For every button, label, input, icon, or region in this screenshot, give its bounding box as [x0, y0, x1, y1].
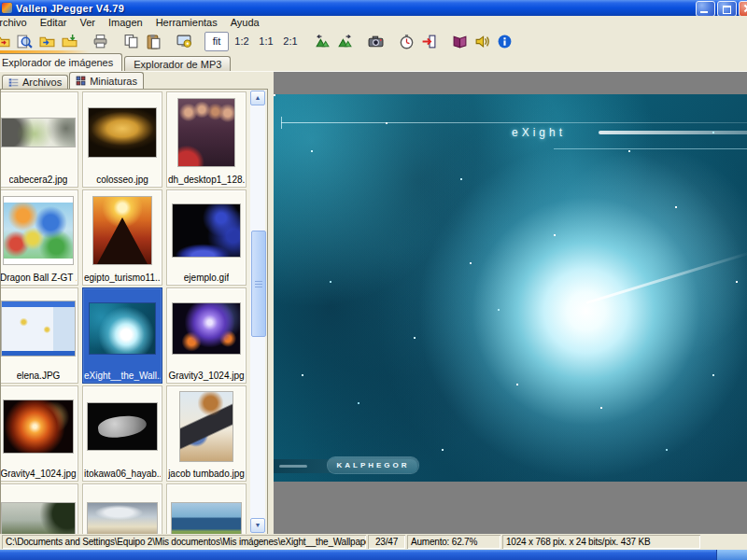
vertical-scrollbar[interactable]: ▲ ▼ — [250, 91, 265, 533]
browser-panel: ArchivosMiniaturas cabecera2.jpgcolosseo… — [0, 72, 270, 535]
tab-archivos[interactable]: Archivos — [2, 75, 68, 89]
thumbnail-art-coast — [172, 503, 241, 535]
thumbnail-image — [83, 92, 162, 173]
status-image-position: 23/47 — [368, 535, 405, 549]
menu-item-editar[interactable]: Editar — [34, 16, 74, 29]
print-button[interactable] — [89, 31, 111, 51]
thumbnail-art-elena — [2, 301, 75, 356]
scroll-down-button[interactable]: ▼ — [250, 518, 265, 533]
thumbnail-filename: egipto_turismo11.... — [84, 271, 161, 285]
scrollbar-thumb[interactable] — [251, 231, 266, 337]
minimize-button[interactable] — [696, 1, 715, 17]
menu-bar-items: ArchivoEditarVerImagenHerramientasAyuda — [0, 16, 266, 29]
thumbnail-filename: cabecera2.jpg — [9, 173, 68, 187]
taskbar-edge-right — [716, 550, 747, 560]
image-deco-line — [554, 148, 747, 149]
thumbnail-filename: colosseo.jpg — [96, 173, 148, 187]
thumbnail-filename: ejemplo.gif — [184, 271, 229, 285]
open-folder-button[interactable] — [0, 31, 13, 51]
thumbnail-ejemplo-gif[interactable]: ejemplo.gif — [166, 189, 247, 286]
thumbnail-filename: Gravity3_1024.jpg — [168, 369, 244, 383]
thumbnail-art-itokawa — [88, 403, 157, 450]
tab-label: Miniaturas — [90, 76, 137, 87]
thumbnail-image — [167, 288, 246, 369]
tab-image-explorer[interactable]: Explorador de imágenes — [0, 53, 122, 71]
thumbnail-jacob-tumbado-jpg[interactable]: jacob tumbado.jpg — [166, 385, 247, 482]
next-image-button[interactable] — [333, 31, 356, 51]
restore-button[interactable] — [717, 1, 737, 17]
thumbnail-art-city1 — [2, 503, 75, 535]
display-settings-icon — [176, 34, 192, 49]
menu-bar: ArchivoEditarVerImagenHerramientasAyuda — [0, 16, 747, 29]
print-icon — [92, 34, 108, 49]
tab-mp3-explorer[interactable]: Explorador de MP3 — [124, 56, 231, 71]
thumbnail-filename: jacob tumbado.jpg — [168, 467, 245, 481]
thumbnail-image — [0, 190, 78, 271]
sound-button[interactable] — [471, 31, 493, 51]
main-tab-strip: Explorador de imágenesExplorador de MP3 — [0, 53, 747, 71]
thumbnail-dragon-ball-z-gt[interactable]: Dragon Ball Z-GT ... — [0, 189, 78, 286]
menu-item-archivo[interactable]: Archivo — [0, 16, 34, 29]
menu-item-herramientas[interactable]: Herramientas — [149, 16, 224, 29]
app-window: Vallen JPegger V4.79 ArchivoEditarVerIma… — [0, 0, 747, 560]
scroll-up-button[interactable]: ▲ — [250, 91, 265, 105]
image-caption-badge: KALPHEGOR — [328, 457, 418, 473]
thumbnail-image — [167, 92, 246, 173]
browse-preview-button[interactable] — [13, 31, 35, 51]
move-file-icon — [39, 34, 55, 49]
image-overlay-title: eXight — [512, 126, 566, 139]
menu-item-ver[interactable]: Ver — [73, 16, 102, 29]
zoom-fit-button[interactable]: fit — [204, 32, 229, 51]
toolbar: fit1:21:12:1 — [0, 29, 747, 53]
tab-label: Archivos — [22, 77, 62, 88]
zoom-2:1-button[interactable]: 2:1 — [279, 33, 302, 50]
thumbnail-grid: cabecera2.jpgcolosseo.jpgdh_desktop1_128… — [0, 91, 248, 535]
thumbnail-dh-desktop1-128[interactable]: dh_desktop1_128... — [166, 91, 247, 188]
copy-button[interactable] — [120, 31, 142, 51]
zoom-1:2-button[interactable]: 1:2 — [231, 33, 253, 50]
thumbnail-egipto-turismo11[interactable]: egipto_turismo11.... — [82, 189, 162, 286]
thumbnail-elena-jpg[interactable]: elena.JPG — [0, 287, 78, 384]
save-file-button[interactable] — [58, 31, 80, 51]
viewer-image[interactable]: eXight KALPHEGOR — [274, 94, 747, 482]
info-button[interactable] — [493, 31, 515, 51]
slideshow-timer-button[interactable] — [395, 31, 417, 51]
image-viewer: eXight KALPHEGOR — [274, 72, 747, 535]
thumbnail-gravity4-1024-jpg[interactable]: Gravity4_1024.jpg — [0, 385, 78, 482]
paste-button[interactable] — [142, 31, 164, 51]
menu-item-imagen[interactable]: Imagen — [102, 16, 149, 29]
move-file-button[interactable] — [35, 31, 58, 51]
menu-item-ayuda[interactable]: Ayuda — [224, 16, 266, 29]
thumbnail-art-cabecera — [2, 119, 75, 147]
taskbar-edge — [0, 550, 747, 560]
thumbnail-partial-13[interactable] — [82, 483, 162, 535]
thumbnail-image — [0, 484, 78, 535]
thumbnail-cabecera2-jpg[interactable]: cabecera2.jpg — [0, 91, 78, 188]
display-settings-button[interactable] — [173, 31, 195, 51]
thumbnail-image — [0, 288, 78, 369]
title-bar[interactable]: Vallen JPegger V4.79 — [0, 0, 747, 16]
status-bar: C:\Documents and Settings\Equipo 2\Mis d… — [0, 534, 747, 550]
prev-image-button[interactable] — [311, 31, 333, 51]
browse-preview-icon — [17, 34, 33, 49]
open-folder-icon — [0, 34, 10, 49]
thumbnail-colosseo-jpg[interactable]: colosseo.jpg — [82, 91, 162, 188]
thumbnail-art-desktop1 — [178, 99, 234, 166]
close-button[interactable] — [739, 1, 747, 17]
thumbnail-exight-the-wall[interactable]: eXight__the_Wall... — [82, 287, 162, 384]
thumbnail-partial-14[interactable] — [166, 483, 247, 535]
thumbnail-gravity3-1024-jpg[interactable]: Gravity3_1024.jpg — [166, 287, 247, 384]
help-book-icon — [452, 34, 468, 49]
minimize-icon — [700, 11, 708, 13]
help-book-button[interactable] — [448, 31, 471, 51]
capture-button[interactable] — [364, 31, 387, 51]
thumbnail-partial-12[interactable] — [0, 483, 78, 535]
status-image-info: 1024 x 768 pix. x 24 bits/pix. 437 KB — [502, 535, 700, 549]
thumbnail-itokawa06-hayab[interactable]: itokawa06_hayab... — [82, 385, 162, 482]
thumbnail-art-ejemplo — [173, 204, 240, 257]
info-icon — [497, 34, 513, 49]
exit-button[interactable] — [417, 31, 440, 51]
tab-miniaturas[interactable]: Miniaturas — [69, 72, 144, 89]
image-overlay-caption: KALPHEGOR — [336, 461, 409, 469]
zoom-1:1-button[interactable]: 1:1 — [255, 33, 277, 50]
